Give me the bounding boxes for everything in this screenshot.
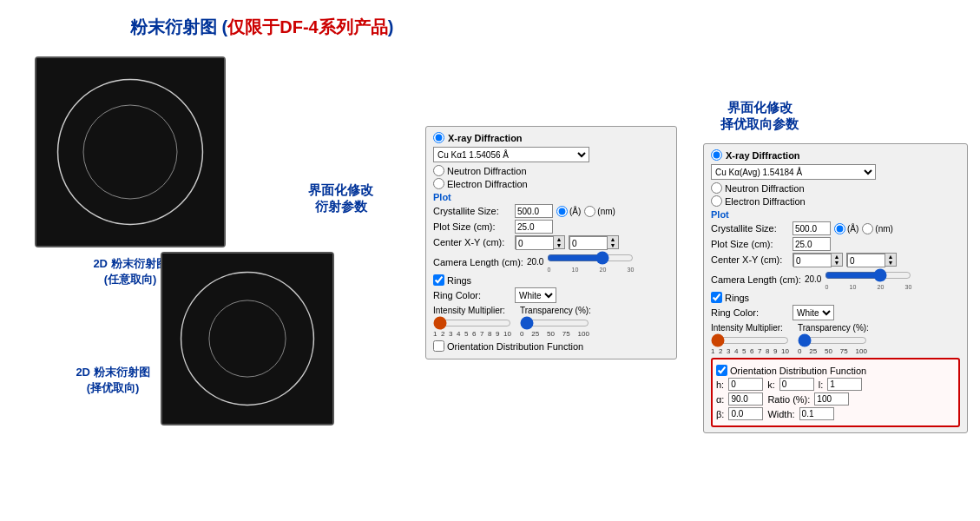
xrd2-radio-xray[interactable] [711,149,722,161]
xrd2-ringcolor-row: Ring Color: White Black [711,305,960,320]
left-diff-panel [35,56,226,247]
odf-alpha-row: α: Ratio (%): [716,392,955,406]
xrd1-radio-electron[interactable] [433,178,444,189]
xrd1-electron-row: Electron Diffraction [433,178,669,189]
xrd2-title: X-ray Diffraction [711,149,960,161]
xrd1-rings-check[interactable] [433,274,444,286]
xrd1-ringcolor-row: Ring Color: White Black Red [433,287,669,303]
xrd2-intensity-group: Intensity Multiplier: 12345678910 [711,323,789,355]
xrd2-cx-down[interactable]: ▼ [832,260,842,266]
annotation-left: 界面化修改 衍射参数 [308,182,373,215]
xrd1-camera-slider-container: 0 10 20 30 [547,251,634,273]
xrd2-cx-spin[interactable]: ▲ ▼ [793,253,843,267]
xrd1-plotsize-row: Plot Size (cm): [433,220,669,234]
xrd2-odf-check-row: Orientation Distribution Function [716,365,955,376]
xrd2-rings-row: Rings [711,292,960,303]
xrd1-cy-up[interactable]: ▲ [608,236,618,242]
xrd1-ringcolor-select[interactable]: White Black Red [515,287,556,303]
xrd1-plotsize-input[interactable] [515,220,553,234]
xrd1-cy-spin[interactable]: ▲ ▼ [569,235,619,249]
xrd1-radio-neutron[interactable] [433,165,444,176]
right-panel-label: 2D 粉末衍射图 (择优取向) [52,365,174,396]
xrd2-radio-electron[interactable] [711,195,722,207]
xrd1-intensity-container: Intensity Multiplier: 12345678910 Transp… [433,306,669,338]
xrd2-unit-nm[interactable] [862,223,873,234]
xrd1-rings-row: Rings [433,274,669,286]
odf-l-input[interactable] [827,378,862,391]
xrd2-plot-label: Plot [711,209,960,220]
xrd2-cy-up[interactable]: ▲ [885,254,896,260]
xrd2-rings-check[interactable] [711,292,722,303]
xrd1-camera-slider[interactable] [547,251,634,265]
xrd2-electron-row: Electron Diffraction [711,195,960,207]
xrd2-cx-up[interactable]: ▲ [832,254,842,260]
xrd2-cy-spin[interactable]: ▲ ▼ [846,253,897,267]
xrd1-transparency-slider[interactable] [520,316,589,330]
xrd1-intensity-group: Intensity Multiplier: 12345678910 [433,306,511,338]
xrd2-cx-input[interactable] [793,254,832,267]
right-diff-panel [161,252,334,425]
svg-rect-3 [162,254,332,424]
xrd1-neutron-row: Neutron Diffraction [433,165,669,176]
xrd-panel-2: X-ray Diffraction Cu Kα(Avg) 1.54184 ÅCu… [703,143,968,433]
xrd1-odf-check[interactable] [433,340,444,352]
xrd1-cx-input[interactable] [516,236,554,250]
annotation-right: 界面化修改 择优取向参数 [720,100,799,133]
odf-h-input[interactable] [728,378,763,391]
xrd2-camera-slider[interactable] [825,268,911,282]
xrd1-unit-A[interactable] [556,206,568,217]
xrd2-camera-val: 20.0 [805,274,821,284]
xrd1-odf-row: Orientation Distribution Function [433,340,669,352]
xrd2-wavelength-select[interactable]: Cu Kα(Avg) 1.54184 ÅCu Kα1 1.54056 Å [711,164,876,180]
xrd2-transparency-slider[interactable] [798,333,867,347]
xrd1-radio-xray[interactable] [433,132,444,143]
xrd1-cx-spin[interactable]: ▲ ▼ [515,235,565,249]
xrd2-camera-slider-container: 0 10 20 30 [825,268,911,290]
odf-hkl-row: h: k: l: [716,378,955,391]
xrd2-transparency-group: Transparency (%): 0255075100 [798,323,869,355]
odf-alpha-input[interactable] [728,392,763,406]
xrd2-intensity-slider[interactable] [711,333,789,347]
xrd2-center-row: Center X-Y (cm): ▲ ▼ ▲ ▼ [711,253,960,267]
xrd1-transparency-group: Transparency (%): 0255075100 [520,306,591,338]
xrd1-unit-nm[interactable] [584,206,595,217]
svg-rect-0 [36,58,224,246]
xrd-panel-1: X-ray Diffraction Cu Kα1 1.54056 ÅCu Kα2… [425,126,677,359]
xrd1-cx-down[interactable]: ▼ [554,242,564,248]
xrd2-radio-neutron[interactable] [711,182,722,194]
xrd1-plot-label: Plot [433,192,669,202]
xrd2-camera-row: Camera Length (cm): 20.0 0 10 20 30 [711,268,960,290]
xrd1-cy-down[interactable]: ▼ [608,242,618,248]
odf-beta-input[interactable] [728,407,763,420]
xrd1-crystallite-row: Crystallite Size: (Å) (nm) [433,204,669,218]
odf-ratio-input[interactable] [814,392,849,406]
xrd2-unit-A[interactable] [834,223,845,234]
xrd2-intensity-container: Intensity Multiplier: 12345678910 Transp… [711,323,960,355]
xrd2-cy-input[interactable] [847,254,885,267]
xrd1-cy-input[interactable] [569,236,608,250]
xrd2-plotsize-row: Plot Size (cm): [711,237,960,251]
xrd2-sliders: Intensity Multiplier: 12345678910 Transp… [711,323,960,355]
xrd2-crystallite-input[interactable] [793,221,831,235]
xrd1-cx-up[interactable]: ▲ [554,236,564,242]
xrd2-crystallite-row: Crystallite Size: (Å) (nm) [711,221,960,235]
xrd1-camera-row: Camera Length (cm): 20.0 0 10 20 30 [433,251,669,273]
xrd2-plotsize-input[interactable] [793,237,831,251]
xrd2-ringcolor-select[interactable]: White Black [793,305,834,320]
xrd2-cy-down[interactable]: ▼ [885,260,896,266]
odf-width-input[interactable] [799,407,834,420]
odf-beta-row: β: Width: [716,407,955,420]
odf-box: Orientation Distribution Function h: k: … [711,358,960,427]
xrd2-odf-check[interactable] [716,365,727,376]
odf-k-input[interactable] [779,378,814,391]
xrd1-wavelength-select[interactable]: Cu Kα1 1.54056 ÅCu Kα2 1.54439 ÅMo Kα1 0… [433,147,589,162]
xrd1-intensity-slider[interactable] [433,316,511,330]
xrd1-title: X-ray Diffraction [433,132,669,143]
xrd1-sliders: Intensity Multiplier: 12345678910 Transp… [433,306,669,338]
xrd1-camera-val: 20.0 [527,257,543,267]
xrd2-neutron-row: Neutron Diffraction [711,182,960,194]
page-title: 粉末衍射图 (仅限于DF-4系列产品) [130,16,393,39]
xrd1-crystallite-input[interactable] [515,204,553,218]
xrd1-center-row: Center X-Y (cm): ▲ ▼ ▲ ▼ [433,235,669,249]
